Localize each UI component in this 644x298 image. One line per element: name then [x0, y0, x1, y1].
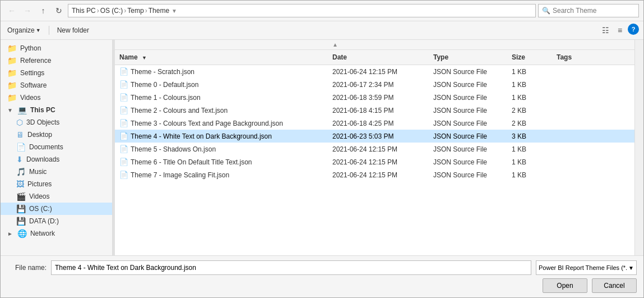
- music-icon: 🎵: [16, 167, 26, 176]
- search-icon: 🔍: [542, 7, 550, 15]
- sidebar-item-reference[interactable]: 📁 Reference: [1, 54, 112, 67]
- sidebar-item-documents[interactable]: 📄 Documents: [1, 141, 112, 153]
- table-row[interactable]: 📄 Theme 2 - Colours and Text.json 2021-0…: [115, 104, 634, 117]
- table-row[interactable]: 📄 Theme 3 - Colours Text and Page Backgr…: [115, 117, 634, 130]
- file-icon: 📄: [119, 93, 128, 102]
- file-date-cell: 2021-06-24 12:15 PM: [328, 66, 429, 77]
- file-date-cell: 2021-06-24 12:15 PM: [328, 144, 429, 155]
- sidebar-item-settings[interactable]: 📁 Settings: [1, 67, 112, 79]
- file-name-text: Theme 7 - Image Scaling Fit.json: [131, 171, 229, 179]
- header-name[interactable]: Name ▼: [115, 51, 328, 63]
- file-date-cell: 2021-06-24 12:15 PM: [328, 169, 429, 181]
- sidebar-item-label: Software: [20, 81, 47, 89]
- view-list-button[interactable]: ☷: [599, 24, 612, 37]
- up-button[interactable]: ↑: [36, 4, 50, 17]
- file-size-cell: 1 KB: [507, 169, 552, 181]
- file-list-header: Name ▼ Date Type Size Tags: [115, 50, 634, 65]
- sidebar-item-desktop[interactable]: 🖥 Desktop: [1, 129, 112, 141]
- network-icon: 🌐: [17, 229, 27, 238]
- file-name-cell: 📄 Theme - Scratch.json: [115, 66, 328, 77]
- table-row[interactable]: 📄 Theme 0 - Default.json 2021-06-17 2:34…: [115, 78, 634, 91]
- header-date[interactable]: Date: [328, 51, 429, 63]
- sidebar-item-os-c[interactable]: 💾 OS (C:): [1, 203, 112, 215]
- sidebar-item-label: Reference: [20, 57, 51, 65]
- table-row[interactable]: 📄 Theme - Scratch.json 2021-06-24 12:15 …: [115, 65, 634, 78]
- file-tags-cell: [552, 148, 597, 151]
- sort-arrow-icon: ▼: [142, 55, 147, 61]
- sort-indicator: ▲: [332, 42, 338, 48]
- file-type-cell: JSON Source File: [429, 105, 507, 116]
- sidebar-item-label: 3D Objects: [26, 118, 59, 126]
- forward-button[interactable]: →: [21, 4, 34, 17]
- file-size-cell: 1 KB: [507, 92, 552, 103]
- new-folder-button[interactable]: New folder: [55, 25, 91, 35]
- file-type-cell: JSON Source File: [429, 79, 507, 90]
- file-icon: 📄: [119, 132, 128, 140]
- search-input[interactable]: [553, 7, 635, 15]
- desktop-icon: 🖥: [16, 130, 24, 139]
- sidebar-item-downloads[interactable]: ⬇ Downloads: [1, 153, 112, 166]
- back-button[interactable]: ←: [5, 4, 18, 17]
- file-name-text: Theme 3 - Colours Text and Page Backgrou…: [131, 120, 283, 127]
- table-row[interactable]: 📄 Theme 4 - White Text on Dark Backgroun…: [115, 130, 634, 143]
- file-name-text: Theme - Scratch.json: [131, 68, 194, 76]
- filetype-select[interactable]: Power BI Report Theme Files (*. ▼: [536, 260, 637, 275]
- header-size[interactable]: Size: [507, 51, 552, 63]
- organize-button[interactable]: Organize ▼: [5, 25, 43, 35]
- sidebar-item-pictures[interactable]: 🖼 Pictures: [1, 178, 112, 190]
- sidebar-item-software[interactable]: 📁 Software: [1, 79, 112, 91]
- organize-dropdown-icon: ▼: [36, 27, 41, 33]
- breadcrumb-part: OS (C:): [100, 7, 123, 15]
- sidebar-item-label: DATA (D:): [29, 217, 59, 225]
- file-icon: 📄: [119, 158, 128, 166]
- sidebar-item-videos-pc[interactable]: 🎬 Videos: [1, 190, 112, 203]
- sidebar-item-network[interactable]: ► 🌐 Network: [1, 227, 112, 240]
- sidebar-item-3d-objects[interactable]: ⬡ 3D Objects: [1, 116, 112, 129]
- folder-icon: 📁: [7, 44, 17, 53]
- breadcrumb-part: This PC: [72, 7, 96, 15]
- sidebar-item-this-pc[interactable]: ▼ 💻 This PC: [1, 104, 112, 116]
- file-date-cell: 2021-06-18 4:15 PM: [328, 105, 429, 116]
- filetype-dropdown-icon: ▼: [628, 265, 634, 271]
- file-name-cell: 📄 Theme 4 - White Text on Dark Backgroun…: [115, 130, 328, 142]
- breadcrumb[interactable]: This PC › OS (C:) › Temp › Theme ▼: [68, 4, 536, 17]
- open-dialog: ← → ↑ ↻ This PC › OS (C:) › Temp › Theme…: [0, 0, 644, 298]
- help-button[interactable]: ?: [628, 24, 639, 35]
- breadcrumb-part: Theme: [149, 7, 169, 15]
- table-row[interactable]: 📄 Theme 7 - Image Scaling Fit.json 2021-…: [115, 168, 634, 181]
- file-name-cell: 📄 Theme 5 - Shadows On.json: [115, 143, 328, 155]
- view-options-button[interactable]: ≡: [613, 24, 627, 37]
- sidebar-item-music[interactable]: 🎵 Music: [1, 166, 112, 178]
- filename-input[interactable]: [51, 260, 531, 275]
- cancel-button[interactable]: Cancel: [592, 278, 637, 293]
- file-tags-cell: [552, 135, 597, 138]
- file-name-cell: 📄 Theme 1 - Colours.json: [115, 91, 328, 103]
- sidebar-item-label: Desktop: [27, 131, 52, 139]
- sidebar-item-label: Music: [29, 168, 47, 176]
- file-name-text: Theme 4 - White Text on Dark Background.…: [131, 132, 272, 140]
- file-list-area: ▲ Name ▼ Date Type Size Tags: [115, 40, 634, 255]
- sidebar-item-videos[interactable]: 📁 Videos: [1, 91, 112, 104]
- sidebar-item-python[interactable]: 📁 Python: [1, 42, 112, 54]
- scrollbar-area[interactable]: [634, 40, 643, 255]
- table-row[interactable]: 📄 Theme 6 - Title On Default Title Text.…: [115, 155, 634, 168]
- table-row[interactable]: 📄 Theme 5 - Shadows On.json 2021-06-24 1…: [115, 143, 634, 155]
- file-tags-cell: [552, 96, 597, 99]
- table-row[interactable]: 📄 Theme 1 - Colours.json 2021-06-18 3:59…: [115, 91, 634, 104]
- file-icon: 📄: [119, 106, 128, 114]
- file-name-cell: 📄 Theme 0 - Default.json: [115, 79, 328, 90]
- file-name-cell: 📄 Theme 7 - Image Scaling Fit.json: [115, 169, 328, 181]
- sidebar-item-label: Settings: [20, 69, 44, 77]
- filename-label: File name:: [7, 264, 47, 272]
- refresh-button[interactable]: ↻: [52, 4, 66, 17]
- folder-icon: 📁: [7, 56, 17, 65]
- file-icon: 📄: [119, 67, 128, 76]
- open-button[interactable]: Open: [543, 278, 587, 293]
- sidebar-item-label: This PC: [30, 106, 55, 114]
- filename-row: File name: Power BI Report Theme Files (…: [7, 260, 637, 275]
- header-tags[interactable]: Tags: [552, 51, 597, 63]
- file-name-text: Theme 2 - Colours and Text.json: [131, 107, 228, 114]
- sidebar-item-data-d[interactable]: 💾 DATA (D:): [1, 215, 112, 227]
- file-icon: 📄: [119, 145, 128, 153]
- header-type[interactable]: Type: [429, 51, 507, 63]
